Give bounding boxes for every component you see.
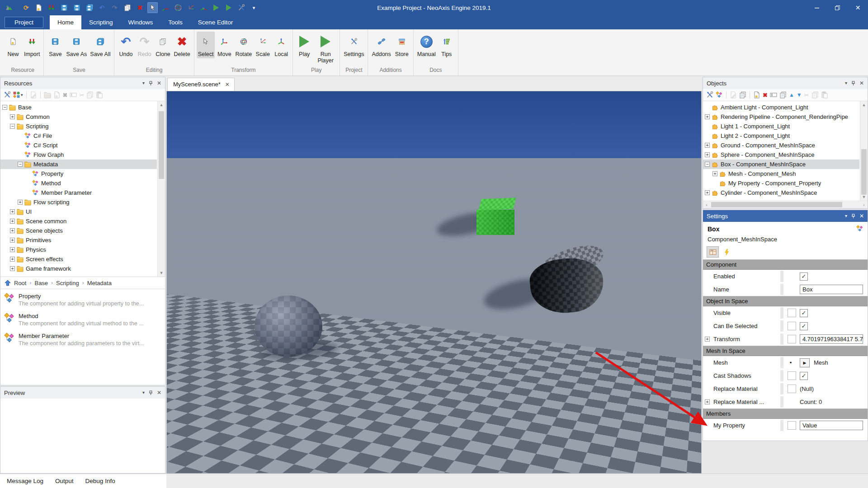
tree-item[interactable]: Property (0, 169, 157, 178)
copy-doc-button[interactable] (779, 91, 787, 99)
pin-button[interactable] (149, 81, 153, 86)
default-value-box[interactable] (788, 335, 796, 343)
minimize-button[interactable] (807, 0, 827, 15)
expand-icon[interactable]: + (10, 114, 15, 119)
sphere-object[interactable] (255, 296, 322, 357)
property-row[interactable]: Mesh • ▶Mesh (703, 356, 868, 369)
wrench-button[interactable] (3, 91, 11, 99)
tree-item[interactable]: Flow Graph (0, 150, 157, 160)
clone-button[interactable]: Clone (154, 32, 172, 58)
refresh-quick-button[interactable]: ⟳ (21, 2, 31, 13)
delete-button[interactable]: ✖Delete (172, 32, 191, 58)
events-view-button[interactable] (721, 246, 733, 258)
horizontal-scrollbar[interactable]: ‹ › (703, 201, 868, 208)
asset-list-item[interactable]: Property The component for adding virtua… (0, 289, 165, 309)
tree-item[interactable]: −Base (0, 103, 157, 112)
logo-quick-button[interactable] (4, 2, 14, 13)
pin-button[interactable] (851, 81, 855, 86)
tree-item[interactable]: −Box - Component_MeshInSpace (703, 160, 859, 169)
tree-item[interactable]: +UI (0, 207, 157, 216)
scroll-left-icon[interactable]: ‹ (703, 201, 710, 208)
close-button[interactable]: ✕ (157, 390, 161, 395)
asset-list-item[interactable]: Method The component for adding virtual … (0, 309, 165, 329)
import-button[interactable]: Import (23, 32, 41, 58)
collapse-icon[interactable]: − (2, 105, 7, 110)
scrollbar-thumb[interactable] (711, 202, 842, 207)
expand-icon[interactable]: + (705, 114, 710, 119)
ribbon-tab-tools[interactable]: Tools (160, 15, 190, 29)
ribbon-tab-scripting[interactable]: Scripting (81, 15, 121, 29)
import-quick-button[interactable] (46, 2, 57, 13)
paste-button[interactable] (821, 91, 829, 99)
scrollbar-thumb[interactable] (159, 111, 164, 179)
default-value-box[interactable] (788, 371, 796, 380)
new-button[interactable]: New (4, 32, 22, 58)
breadcrumb-item[interactable]: Root (14, 280, 26, 286)
panel-menu-button[interactable]: ▾ (142, 81, 145, 85)
redo-button[interactable]: ↷Redo (135, 32, 153, 58)
tree-item[interactable]: C# File (0, 131, 157, 141)
redo-quick-button[interactable]: ↷ (109, 2, 120, 13)
property-row[interactable]: Enabled ✓ (703, 270, 868, 283)
tree-item[interactable]: +Scene common (0, 216, 157, 226)
move-button[interactable]: Move (215, 32, 233, 58)
checkbox-checked[interactable]: ✓ (800, 272, 808, 281)
clone-button[interactable] (86, 91, 94, 99)
diamonds-button[interactable] (715, 91, 723, 99)
chevron-down-quick-button[interactable]: ▾ (249, 2, 259, 13)
scroll-right-icon[interactable]: › (860, 201, 868, 208)
cut-button[interactable]: ✂ (804, 92, 810, 99)
ribbon-tab-project[interactable]: Project (5, 17, 43, 28)
property-category[interactable]: Mesh In Space (703, 346, 868, 356)
property-category[interactable]: Component (703, 259, 868, 270)
play-quick-button[interactable] (223, 2, 234, 13)
tree-item[interactable]: +Ground - Component_MeshInSpace (703, 141, 859, 150)
property-row[interactable]: + Transform 4.70197196338417 5.776 (703, 333, 868, 346)
folder-button[interactable] (43, 91, 52, 99)
expand-icon[interactable]: + (10, 238, 15, 243)
save-as-button[interactable]: Save As (65, 32, 88, 58)
expand-icon[interactable]: + (712, 171, 717, 176)
ribbon-tab-scene-editor[interactable]: Scene Editor (190, 15, 241, 29)
clone-quick-button[interactable] (122, 2, 132, 13)
default-value-box[interactable] (788, 322, 796, 330)
delete-button[interactable]: ✖ (762, 92, 768, 99)
wrench-quick-button[interactable] (236, 2, 246, 13)
local-quick-button[interactable] (198, 2, 208, 13)
floppy-all-quick-button[interactable] (84, 2, 94, 13)
rename-button[interactable] (69, 91, 77, 99)
settings-button[interactable]: Settings (342, 32, 365, 58)
tree-item[interactable]: Light 2 - Component_Light (703, 131, 859, 141)
tree-item[interactable]: Light 1 - Component_Light (703, 122, 859, 131)
ribbon-tab-windows[interactable]: Windows (121, 15, 161, 29)
close-icon[interactable]: ✕ (225, 81, 230, 88)
tree-item[interactable]: +Game framework (0, 264, 157, 273)
play-quick-button[interactable] (211, 2, 221, 13)
tree-item[interactable]: C# Script (0, 141, 157, 150)
undo-quick-button[interactable]: ↶ (97, 2, 107, 13)
save-all-button[interactable]: Save All (89, 32, 112, 58)
checkbox-checked[interactable]: ✓ (800, 309, 808, 317)
collapse-icon[interactable]: − (705, 162, 710, 167)
tree-item[interactable]: +Sphere - Component_MeshInSpace (703, 150, 859, 160)
tree-item[interactable]: −Scripting (0, 122, 157, 131)
local-button[interactable]: Local (272, 32, 290, 58)
scale-button[interactable]: Scale (254, 32, 272, 58)
tree-item[interactable]: My Property - Component_Property (703, 178, 859, 188)
asset-list-item[interactable]: Member Parameter The component for addin… (0, 329, 165, 349)
tree-item[interactable]: +Mesh - Component_Mesh (703, 169, 859, 178)
properties-view-button[interactable] (707, 246, 719, 258)
tree-item[interactable]: +Primitives (0, 235, 157, 245)
navigate-up-button[interactable] (5, 280, 11, 286)
expand-icon[interactable]: + (705, 399, 710, 404)
property-row[interactable]: Visible ✓ (703, 306, 868, 319)
vertical-scrollbar[interactable]: ▲ ▼ (157, 101, 165, 277)
close-button[interactable]: ✕ (157, 80, 161, 86)
tree-item[interactable]: +Rendering Pipeline - Component_Renderin… (703, 112, 859, 122)
cut-button[interactable]: ✂ (79, 92, 85, 99)
default-value-box[interactable] (788, 421, 796, 430)
green-box-object[interactable] (476, 198, 516, 235)
expand-icon[interactable]: + (705, 143, 710, 148)
restore-button[interactable] (827, 0, 848, 15)
move-quick-button[interactable] (160, 2, 170, 13)
